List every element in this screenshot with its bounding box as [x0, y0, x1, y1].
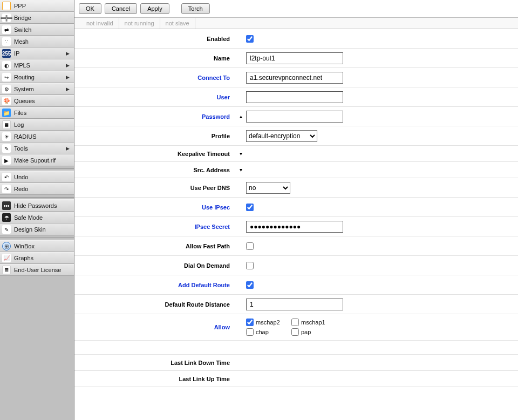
log-icon: ≣	[2, 120, 11, 129]
sidebar-item-label: Files	[14, 110, 72, 116]
status-not-running: not running	[119, 18, 160, 29]
mesh-icon: ∵	[2, 37, 11, 46]
keepalive-timeout-label: Keepalive Timeout	[74, 151, 235, 157]
eul-icon: ≣	[2, 266, 11, 274]
sidebar-item-winbox[interactable]: ⊞WinBox	[0, 240, 74, 252]
password-label: Password	[74, 113, 235, 120]
sidebar-item-label: PPP	[14, 3, 72, 9]
route-icon: ↪	[2, 73, 11, 82]
sidebar-item-ppp[interactable]: PPP	[0, 0, 74, 12]
sidebar-item-mpls[interactable]: ◐MPLS▶	[0, 59, 74, 71]
profile-select[interactable]: default-encryption	[246, 130, 317, 142]
chevron-right-icon: ▶	[66, 74, 70, 80]
sidebar-item-system[interactable]: ⚙System▶	[0, 83, 74, 95]
sidebar-item-radius[interactable]: ☀RADIUS	[0, 131, 74, 143]
add-default-route-checkbox[interactable]	[246, 281, 254, 289]
use-ipsec-label: Use IPsec	[74, 204, 235, 211]
connect-to-label: Connect To	[74, 74, 235, 81]
sidebar-item-label: Bridge	[14, 15, 72, 21]
allow-mschap1-checkbox[interactable]	[291, 319, 299, 326]
default-route-distance-input[interactable]	[246, 299, 343, 310]
allow-pap-checkbox[interactable]	[291, 328, 299, 336]
safe-icon: ☂	[2, 213, 11, 222]
sidebar-item-label: MPLS	[14, 62, 66, 69]
sidebar-item-label: End-User License	[14, 267, 72, 273]
sidebar-item-label: WinBox	[14, 243, 72, 249]
sidebar-item-label: IP	[14, 50, 66, 57]
sidebar-item-label: Undo	[14, 174, 72, 180]
allow-chap-checkbox[interactable]	[246, 328, 254, 336]
status-not-slave: not slave	[160, 18, 195, 29]
undo-icon: ↶	[2, 173, 11, 181]
last-link-up-time-label: Last Link Up Time	[74, 376, 235, 382]
connect-to-input[interactable]	[246, 72, 343, 84]
ipsec-secret-label: IPsec Secret	[74, 223, 235, 230]
sidebar-item-log[interactable]: ≣Log	[0, 119, 74, 131]
sidebar-item-label: Switch	[14, 26, 72, 33]
use-ipsec-checkbox[interactable]	[246, 204, 254, 211]
name-input[interactable]	[246, 52, 343, 64]
ppp-icon	[2, 2, 11, 10]
allow-fast-path-checkbox[interactable]	[246, 242, 254, 250]
supout-icon: ▶	[2, 156, 11, 165]
chevron-right-icon: ▶	[66, 63, 70, 68]
allow-chap-label: chap	[256, 329, 269, 335]
sidebar-item-switch[interactable]: ⇄Switch	[0, 24, 74, 36]
queues-icon: 🍄	[2, 97, 11, 105]
sidebar-item-label: Queues	[14, 98, 72, 104]
chevron-right-icon: ▶	[66, 86, 70, 92]
default-route-distance-label: Default Route Distance	[74, 301, 235, 308]
sidebar-item-label: Routing	[14, 74, 66, 80]
sidebar-item-ip[interactable]: 255IP▶	[0, 48, 74, 59]
sidebar-item-undo[interactable]: ↶Undo	[0, 171, 74, 183]
profile-label: Profile	[74, 133, 235, 139]
sidebar-item-supout[interactable]: ▶Make Supout.rif	[0, 154, 74, 166]
sidebar-item-label: Log	[14, 121, 72, 128]
dial-on-demand-label: Dial On Demand	[74, 262, 235, 269]
graphs-icon: 📈	[2, 254, 11, 262]
sidebar-item-tools[interactable]: ✎Tools▶	[0, 143, 74, 154]
design-icon: ✎	[2, 225, 11, 234]
sidebar-item-hidepw[interactable]: •••Hide Passwords	[0, 200, 74, 212]
ipsec-secret-input[interactable]	[246, 221, 343, 233]
use-peer-dns-select[interactable]: no	[246, 182, 290, 194]
sidebar-item-eul[interactable]: ≣End-User License	[0, 264, 74, 276]
sidebar-item-routing[interactable]: ↪Routing▶	[0, 71, 74, 83]
keepalive-expand-caret[interactable]: ▾	[235, 151, 246, 157]
sidebar-item-mesh[interactable]: ∵Mesh	[0, 36, 74, 48]
sidebar-item-label: Mesh	[14, 38, 72, 45]
toolbar: OK Cancel Apply Torch	[74, 0, 518, 17]
add-default-route-label: Add Default Route	[74, 282, 235, 288]
torch-button[interactable]: Torch	[181, 3, 210, 14]
sidebar-item-design[interactable]: ✎Design Skin	[0, 223, 74, 235]
allow-mschap1-label: mschap1	[301, 319, 325, 326]
radius-icon: ☀	[2, 132, 11, 141]
sidebar-item-files[interactable]: 📁Files	[0, 107, 74, 119]
allow-mschap2-checkbox[interactable]	[246, 319, 254, 326]
status-not-invalid: not invalid	[74, 18, 119, 29]
password-input[interactable]	[246, 111, 343, 123]
sidebar-item-queues[interactable]: 🍄Queues	[0, 95, 74, 107]
user-input[interactable]	[246, 91, 343, 103]
dial-on-demand-checkbox[interactable]	[246, 262, 254, 269]
sidebar-item-graphs[interactable]: 📈Graphs	[0, 252, 74, 264]
redo-icon: ↷	[2, 185, 11, 193]
src-address-expand-caret[interactable]: ▾	[235, 167, 246, 173]
chevron-right-icon: ▶	[66, 51, 70, 56]
sidebar-item-label: System	[14, 86, 66, 92]
cancel-button[interactable]: Cancel	[105, 3, 137, 14]
winbox-icon: ⊞	[2, 242, 11, 250]
sidebar-item-safe[interactable]: ☂Safe Mode	[0, 212, 74, 223]
sidebar-item-bridge[interactable]: ═╬═Bridge	[0, 12, 74, 24]
main-content: OK Cancel Apply Torch not invalid not ru…	[74, 0, 518, 420]
bridge-icon: ═╬═	[2, 13, 11, 22]
sidebar-item-label: Redo	[14, 186, 72, 192]
sidebar-item-redo[interactable]: ↷Redo	[0, 183, 74, 195]
apply-button[interactable]: Apply	[140, 3, 169, 14]
enabled-checkbox[interactable]	[246, 35, 254, 43]
ok-button[interactable]: OK	[79, 3, 101, 14]
files-icon: 📁	[2, 109, 11, 117]
hidepw-icon: •••	[2, 201, 11, 210]
password-collapse-caret[interactable]: ▴	[235, 113, 246, 119]
chevron-right-icon: ▶	[66, 146, 70, 151]
